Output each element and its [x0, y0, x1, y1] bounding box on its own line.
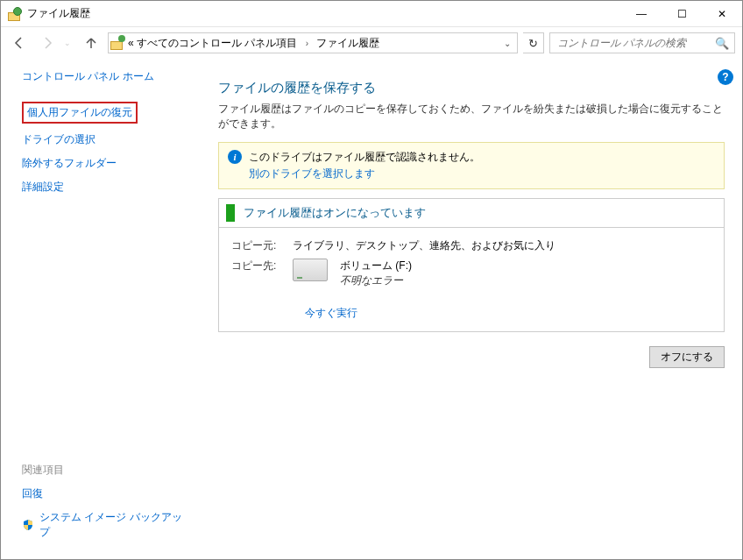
status-body: コピー元: ライブラリ、デスクトップ、連絡先、およびお気に入り コピー先: ボリ… [219, 228, 724, 331]
window-title: ファイル履歴 [27, 6, 90, 21]
app-icon [8, 7, 22, 21]
warning-link[interactable]: 別のドライブを選択します [249, 167, 480, 181]
content: コントロール パネル ホーム 個人用ファイルの復元 ドライブの選択 除外するフォ… [1, 59, 742, 559]
sidebar-advanced-link[interactable]: 詳細設定 [22, 180, 192, 195]
address-dropdown-icon[interactable]: ⌄ [499, 39, 515, 48]
back-button[interactable] [8, 32, 31, 54]
dest-name: ボリューム (F:) [340, 259, 412, 273]
minimize-button[interactable]: — [621, 1, 662, 26]
maximize-button[interactable]: ☐ [662, 1, 702, 26]
status-header: ファイル履歴はオンになっています [219, 199, 724, 228]
up-button[interactable] [80, 32, 103, 54]
sidebar-select-drive-link[interactable]: ドライブの選択 [22, 132, 192, 147]
status-indicator [226, 204, 235, 222]
turn-off-button[interactable]: オフにする [649, 346, 725, 368]
help-icon[interactable]: ? [718, 69, 733, 85]
sidebar-system-image-link[interactable]: システム イメージ バックアップ [22, 510, 192, 540]
warning-box: i このドライブはファイル履歴で認識されません。 別のドライブを選択します [218, 142, 725, 189]
address-icon [110, 36, 124, 50]
search-box[interactable]: 🔍 [549, 32, 735, 53]
info-icon: i [228, 150, 242, 164]
page-description: ファイル履歴はファイルのコピーを保存しておくため、ファイルを紛失または破損した場… [218, 102, 725, 131]
sidebar-system-image-label: システム イメージ バックアップ [39, 510, 192, 540]
navbar: ⌄ « すべてのコントロール パネル項目 › ファイル履歴 ⌄ ↻ 🔍 [1, 27, 742, 59]
sidebar-recovery-link[interactable]: 回復 [22, 486, 192, 501]
search-input[interactable] [555, 36, 715, 50]
page-heading: ファイルの履歴を保存する [218, 80, 725, 96]
breadcrumb-prefix: « [128, 37, 134, 49]
breadcrumb[interactable]: « すべてのコントロール パネル項目 › ファイル履歴 [128, 36, 496, 51]
status-title: ファイル履歴はオンになっています [244, 205, 426, 221]
run-now-link[interactable]: 今すぐ実行 [305, 306, 357, 321]
warning-text: このドライブはファイル履歴で認識されません。 [249, 151, 480, 163]
close-button[interactable]: ✕ [702, 1, 742, 26]
refresh-button[interactable]: ↻ [523, 32, 544, 53]
history-dropdown[interactable]: ⌄ [64, 39, 74, 47]
actions: オフにする [218, 346, 725, 368]
status-box: ファイル履歴はオンになっています コピー元: ライブラリ、デスクトップ、連絡先、… [218, 198, 725, 332]
dest-error: 不明なエラー [340, 273, 412, 288]
titlebar: ファイル履歴 — ☐ ✕ [1, 1, 742, 27]
main: ? ファイルの履歴を保存する ファイル履歴はファイルのコピーを保存しておくため、… [192, 59, 742, 559]
source-label: コピー元: [231, 238, 293, 253]
search-icon[interactable]: 🔍 [715, 37, 729, 50]
sidebar-home-link[interactable]: コントロール パネル ホーム [22, 69, 192, 84]
breadcrumb-part1[interactable]: すべてのコントロール パネル項目 [137, 37, 297, 49]
breadcrumb-part2[interactable]: ファイル履歴 [316, 37, 379, 49]
drive-icon [293, 259, 328, 281]
breadcrumb-sep-icon: › [306, 39, 308, 48]
shield-icon [22, 519, 34, 531]
address-bar[interactable]: « すべてのコントロール パネル項目 › ファイル履歴 ⌄ [108, 32, 518, 53]
window-controls: — ☐ ✕ [621, 1, 742, 26]
source-value: ライブラリ、デスクトップ、連絡先、およびお気に入り [293, 238, 711, 253]
forward-button[interactable] [36, 32, 59, 54]
sidebar-exclude-link[interactable]: 除外するフォルダー [22, 156, 192, 171]
dest-label: コピー先: [231, 259, 293, 288]
sidebar-related-heading: 関連項目 [22, 463, 192, 478]
sidebar-restore-link[interactable]: 個人用ファイルの復元 [22, 102, 138, 124]
sidebar: コントロール パネル ホーム 個人用ファイルの復元 ドライブの選択 除外するフォ… [1, 59, 192, 559]
